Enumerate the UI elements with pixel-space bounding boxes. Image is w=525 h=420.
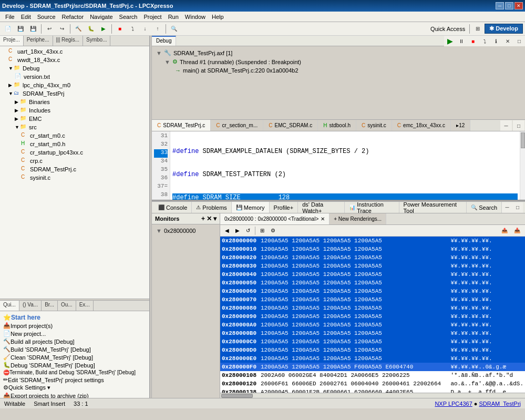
add-monitor-btn[interactable]: + bbox=[201, 215, 205, 222]
memory-table-wrap[interactable]: 0x280000001200A5A5 1200A5A5 1200A5A5 120… bbox=[220, 237, 525, 393]
tree-item-emc[interactable]: ▶ 📁 EMC bbox=[1, 115, 148, 123]
menu-file[interactable]: File bbox=[2, 13, 18, 21]
debug-close-btn[interactable]: ✕ bbox=[502, 36, 513, 46]
tree-item-cr-startup[interactable]: C cr_startup_lpc43xx.c bbox=[1, 148, 148, 157]
tree-item-cr-start-c[interactable]: C cr_start_m0.c bbox=[1, 131, 148, 140]
tree-item-src[interactable]: ▼ 📁 src bbox=[1, 123, 148, 131]
menu-navigate[interactable]: Navigate bbox=[87, 13, 116, 21]
tab-data-watch[interactable]: ds' Data Watch+ bbox=[298, 202, 345, 213]
step-into-button[interactable]: ↓ bbox=[139, 24, 151, 34]
run-button[interactable]: ▶ bbox=[98, 24, 109, 34]
develop-perspective-button[interactable]: ✱ Develop bbox=[485, 24, 523, 34]
undo-button[interactable]: ↩ bbox=[44, 24, 55, 34]
editor-minimize-btn[interactable]: ─ bbox=[500, 120, 512, 131]
quick-debug-sdram[interactable]: 🐛 Debug 'SDRAM_TestPrj' [Debug] bbox=[2, 361, 147, 369]
quick-export-zip[interactable]: 📤 Export projects to archive (zip) bbox=[2, 392, 147, 398]
monitor-item[interactable]: ▼ 0x28000000 bbox=[154, 227, 218, 235]
maximize-button[interactable]: □ bbox=[505, 2, 513, 9]
step-over-button[interactable]: ⤵ bbox=[127, 24, 138, 34]
debug-stop-btn[interactable]: ■ bbox=[467, 36, 479, 46]
quick-settings[interactable]: ⚙ Quick Settings ▾ bbox=[2, 384, 147, 392]
tree-item-sdram-c[interactable]: C SDRAM_TestPrj.c bbox=[1, 165, 148, 173]
save-all-button[interactable]: 💾 bbox=[27, 24, 39, 34]
monitor-menu-btn[interactable]: ▾ bbox=[213, 215, 217, 222]
redo-button[interactable]: ↪ bbox=[56, 24, 68, 34]
mem-export-btn[interactable]: 📤 bbox=[499, 227, 510, 234]
debug-max-btn[interactable]: □ bbox=[513, 36, 525, 46]
close-button[interactable]: ✕ bbox=[514, 2, 523, 9]
editor-maximize-btn[interactable]: □ bbox=[513, 120, 524, 131]
tab-search[interactable]: 🔍Search bbox=[467, 202, 502, 213]
tree-item-lpc-chip[interactable]: ▶ 📁 lpc_chip_43xx_m0 bbox=[1, 81, 148, 89]
project-link[interactable]: SDRAM_TestPrj bbox=[479, 401, 521, 407]
mem-settings-btn[interactable]: ⚙ bbox=[268, 227, 278, 234]
step-return-button[interactable]: ↑ bbox=[152, 24, 163, 34]
memory-panel-minimize[interactable]: ─ bbox=[502, 202, 512, 213]
tree-item-sdram-proj[interactable]: ▼ 🗂 SDRAM_TestPrj bbox=[1, 89, 148, 98]
editor-tab-sysinit[interactable]: C sysinit.c bbox=[356, 120, 392, 131]
tab-variables[interactable]: () Va... bbox=[19, 301, 42, 311]
tree-item-binaries[interactable]: ▶ 📁 Binaries bbox=[1, 98, 148, 106]
memory-panel-maximize[interactable]: □ bbox=[512, 202, 523, 213]
mem-forward-btn[interactable]: ▶ bbox=[233, 227, 242, 234]
tab-memory[interactable]: 💾Memory bbox=[232, 202, 270, 213]
menu-edit[interactable]: Edit bbox=[18, 13, 34, 21]
processor-link[interactable]: NXP LPC4367 bbox=[435, 401, 472, 407]
menu-project[interactable]: Project bbox=[140, 13, 164, 21]
debug-button[interactable]: 🐛 bbox=[85, 24, 97, 34]
debug-tree-frame[interactable]: → main() at SDRAM_TestPrj.c:220 0x1a0004… bbox=[154, 66, 523, 75]
stop-button[interactable]: ■ bbox=[114, 24, 126, 34]
quick-terminate-build[interactable]: ⛔ Terminate, Build and Debug 'SDRAM_Test… bbox=[2, 369, 147, 376]
mem-refresh-btn[interactable]: ↺ bbox=[243, 227, 253, 234]
tree-item-cr-start-h[interactable]: H cr_start_m0.h bbox=[1, 140, 148, 148]
tab-outline[interactable]: Ou... bbox=[58, 301, 76, 311]
tab-project[interactable]: Proje... bbox=[0, 36, 24, 46]
quick-import-projects[interactable]: 📥 Import project(s) bbox=[2, 322, 147, 330]
new-file-button[interactable]: 📄 bbox=[2, 24, 14, 34]
quick-start-here[interactable]: ⭐ Start here bbox=[2, 313, 147, 322]
tab-instruction-trace[interactable]: 📊Instruction Trace bbox=[345, 202, 399, 213]
tab-debug[interactable]: Debug bbox=[152, 36, 176, 46]
tab-breakpoints[interactable]: Br... bbox=[42, 301, 58, 311]
tab-symbols[interactable]: Symbo... bbox=[83, 36, 110, 46]
editor-tab-emc-sdram[interactable]: C EMC_SDRAM.c bbox=[263, 120, 318, 131]
quick-clean-sdram[interactable]: 🧹 Clean 'SDRAM_TestPrj' [Debug] bbox=[2, 353, 147, 361]
save-button[interactable]: 💾 bbox=[15, 24, 26, 34]
tree-item-version[interactable]: 📄 version.txt bbox=[1, 73, 148, 81]
tab-problems[interactable]: ⚠Problems bbox=[192, 202, 231, 213]
tree-item-debug-folder[interactable]: ▼ 📁 Debug bbox=[1, 64, 148, 73]
debug-tree-thread[interactable]: ▼ ⚙ Thread #1 (runnable) (Suspended : Br… bbox=[154, 57, 523, 66]
code-content[interactable]: #define SDRAM_EXAMPLE_DATALEN (SDRAM_SIZ… bbox=[170, 131, 520, 200]
tab-registers[interactable]: ||| Regis... bbox=[53, 36, 83, 46]
tab-quick[interactable]: Qui... bbox=[0, 301, 19, 311]
memory-tab-traditional[interactable]: 0x28000000 : 0x28000000 <Traditional> ✕ bbox=[220, 213, 330, 224]
editor-scrollbar[interactable] bbox=[520, 131, 525, 200]
editor-tab-more[interactable]: ▸12 bbox=[451, 120, 470, 131]
editor-tab-emc[interactable]: C emc_18xx_43xx.c bbox=[392, 120, 451, 131]
debug-suspend-btn[interactable]: ⏸ bbox=[456, 36, 467, 46]
tab-power-measurement[interactable]: Power Measurement Tool bbox=[399, 202, 467, 213]
menu-source[interactable]: Source bbox=[34, 13, 59, 21]
close-tab-icon[interactable]: ✕ bbox=[321, 216, 325, 222]
mem-back-btn[interactable]: ◀ bbox=[222, 227, 232, 234]
tree-item-uart[interactable]: C uart_18xx_43xx.c bbox=[1, 47, 148, 56]
tab-peripherals[interactable]: Periphe... bbox=[24, 36, 53, 46]
quick-build-sdram[interactable]: 🔨 Build 'SDRAM_TestPrj' [Debug] bbox=[2, 345, 147, 353]
search-button[interactable]: 🔍 bbox=[168, 24, 180, 34]
tree-item-crp[interactable]: C crp.c bbox=[1, 157, 148, 165]
tab-profile[interactable]: Profile+ bbox=[270, 202, 298, 213]
quick-edit-settings[interactable]: ✏ Edit 'SDRAM_TestPrj' project settings bbox=[2, 376, 147, 384]
menu-refactor[interactable]: Refactor bbox=[59, 13, 87, 21]
tree-item-includes[interactable]: ▶ 📁 Includes bbox=[1, 106, 148, 115]
tree-item-wwdt[interactable]: C wwdt_18_43xx.c bbox=[1, 56, 148, 64]
editor-tab-cr-section[interactable]: C cr_section_m... bbox=[211, 120, 263, 131]
debug-resume-btn[interactable]: ▶ bbox=[444, 36, 456, 46]
editor-tab-stdbool[interactable]: H stdbool.h bbox=[318, 120, 356, 131]
menu-run[interactable]: Run bbox=[165, 13, 182, 21]
minimize-button[interactable]: ─ bbox=[496, 2, 504, 9]
code-editor[interactable]: 31 32 33 34 35 36 37= 38 39 #define SDRA… bbox=[152, 131, 525, 200]
mem-import-btn[interactable]: 📥 bbox=[511, 227, 523, 234]
editor-tab-sdram[interactable]: C SDRAM_TestPrj.c bbox=[152, 120, 211, 131]
menu-window[interactable]: Window bbox=[182, 13, 209, 21]
debug-info-btn[interactable]: ℹ bbox=[490, 36, 502, 46]
